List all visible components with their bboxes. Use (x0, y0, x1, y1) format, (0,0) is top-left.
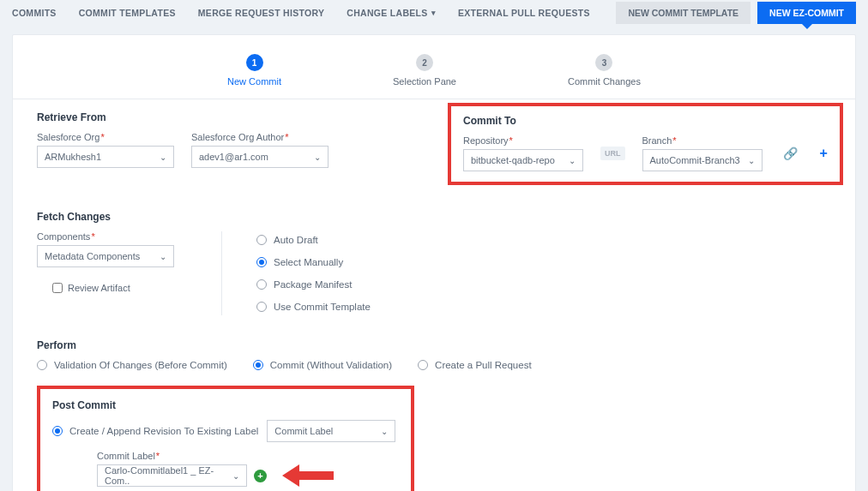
branch-label: Branch (642, 135, 763, 146)
tab-change-labels-label: CHANGE LABELS (347, 8, 427, 18)
commit-to-highlight-box: Commit To Repository bitbucket-qadb-repo… (448, 103, 843, 185)
step-number: 2 (416, 54, 433, 71)
radio-label: Select Manually (274, 257, 343, 267)
repository-value: bitbucket-qadb-repo (471, 155, 555, 165)
components-label: Components (37, 231, 187, 242)
chevron-down-icon: ⌄ (160, 252, 166, 261)
radio-icon (37, 360, 47, 370)
annotation-arrow (282, 467, 334, 484)
commit-label-label: Commit Label (97, 451, 399, 461)
branch-select[interactable]: AutoCommit-Branch3 ⌄ (642, 149, 763, 171)
review-artifact-label: Review Artifact (68, 283, 130, 293)
review-artifact-input[interactable] (52, 283, 63, 293)
radio-label: Commit (Without Validation) (270, 360, 392, 370)
salesforce-org-author-select[interactable]: adev1@ar1.com ⌄ (191, 146, 329, 168)
step-label: Selection Pane (393, 76, 456, 87)
fetch-changes-title: Fetch Changes (37, 211, 831, 223)
chevron-down-icon: ⌄ (160, 153, 166, 162)
components-value: Metadata Components (45, 251, 140, 261)
retrieve-from-title: Retrieve From (37, 111, 408, 123)
fetch-option-select-manually[interactable]: Select Manually (256, 257, 371, 267)
step-label: New Commit (227, 76, 281, 87)
fetch-option-use-commit-template[interactable]: Use Commit Template (256, 302, 371, 312)
chevron-down-icon: ▾ (431, 9, 436, 17)
radio-icon (256, 257, 267, 267)
step-label: Commit Changes (568, 76, 641, 87)
radio-label: Validation Of Changes (Before Commit) (54, 360, 227, 370)
new-ez-commit-button[interactable]: NEW EZ-COMMIT (757, 2, 856, 24)
post-commit-append-option[interactable]: Create / Append Revision To Existing Lab… (52, 426, 258, 436)
link-icon: 🔗 (783, 147, 798, 160)
radio-icon (253, 360, 263, 370)
components-select[interactable]: Metadata Components ⌄ (37, 245, 174, 267)
radio-icon (256, 302, 267, 312)
salesforce-org-select[interactable]: ARMukhesh1 ⌄ (37, 146, 174, 168)
step-number: 3 (595, 54, 612, 71)
tab-commit-templates[interactable]: COMMIT TEMPLATES (79, 8, 176, 18)
fetch-option-auto-draft[interactable]: Auto Draft (256, 235, 371, 245)
vertical-divider (221, 231, 222, 315)
step-number: 1 (246, 54, 263, 71)
commit-label-select[interactable]: Carlo-Commitlabel1 _ EZ-Com.. ⌄ (97, 464, 247, 487)
salesforce-org-value: ARMukhesh1 (45, 152, 101, 162)
step-new-commit[interactable]: 1 New Commit (227, 54, 281, 87)
new-commit-template-button[interactable]: NEW COMMIT TEMPLATE (616, 2, 750, 24)
radio-icon (52, 426, 63, 436)
perform-option-commit-without-validation[interactable]: Commit (Without Validation) (253, 360, 392, 370)
post-commit-highlight-box: Post Commit Create / Append Revision To … (37, 386, 414, 491)
radio-label: Create / Append Revision To Existing Lab… (69, 426, 258, 436)
step-commit-changes[interactable]: 3 Commit Changes (568, 54, 641, 87)
review-artifact-checkbox[interactable]: Review Artifact (37, 283, 187, 293)
chevron-down-icon: ⌄ (748, 156, 755, 165)
post-commit-title: Post Commit (52, 399, 399, 411)
chevron-down-icon: ⌄ (569, 156, 576, 165)
add-commit-label-button[interactable]: + (254, 470, 267, 482)
tab-commits[interactable]: COMMITS (12, 8, 57, 18)
perform-title: Perform (37, 339, 831, 351)
radio-label: Create a Pull Request (435, 360, 532, 370)
radio-label: Package Manifest (274, 279, 352, 290)
commit-label-value: Carlo-Commitlabel1 _ EZ-Com.. (105, 465, 227, 486)
radio-icon (256, 235, 267, 245)
branch-value: AutoCommit-Branch3 (650, 155, 740, 165)
perform-option-create-pull-request[interactable]: Create a Pull Request (418, 360, 532, 370)
tab-external-pull-requests[interactable]: EXTERNAL PULL REQUESTS (458, 8, 590, 18)
tab-merge-request-history[interactable]: MERGE REQUEST HISTORY (198, 8, 325, 18)
wizard-stepper: 1 New Commit 2 Selection Pane 3 Commit C… (13, 35, 855, 99)
label-type-value: Commit Label (274, 426, 333, 436)
repository-label: Repository (463, 135, 583, 146)
commit-to-title: Commit To (463, 115, 828, 127)
salesforce-org-label: Salesforce Org (37, 132, 174, 142)
tab-change-labels[interactable]: CHANGE LABELS ▾ (347, 8, 436, 18)
chevron-down-icon: ⌄ (381, 427, 388, 436)
chevron-down-icon: ⌄ (232, 471, 239, 481)
repository-select[interactable]: bitbucket-qadb-repo ⌄ (463, 149, 583, 171)
radio-label: Auto Draft (274, 235, 318, 245)
radio-icon (256, 279, 267, 290)
perform-option-validate[interactable]: Validation Of Changes (Before Commit) (37, 360, 227, 370)
step-selection-pane[interactable]: 2 Selection Pane (393, 54, 456, 87)
salesforce-org-author-label: Salesforce Org Author (191, 132, 329, 142)
label-type-select[interactable]: Commit Label ⌄ (267, 420, 395, 442)
url-chip[interactable]: URL (600, 147, 625, 160)
radio-icon (418, 360, 428, 370)
add-branch-button[interactable]: + (820, 146, 828, 161)
radio-label: Use Commit Template (274, 302, 371, 312)
chevron-down-icon: ⌄ (314, 153, 321, 162)
fetch-option-package-manifest[interactable]: Package Manifest (256, 279, 371, 290)
salesforce-org-author-value: adev1@ar1.com (199, 152, 268, 162)
